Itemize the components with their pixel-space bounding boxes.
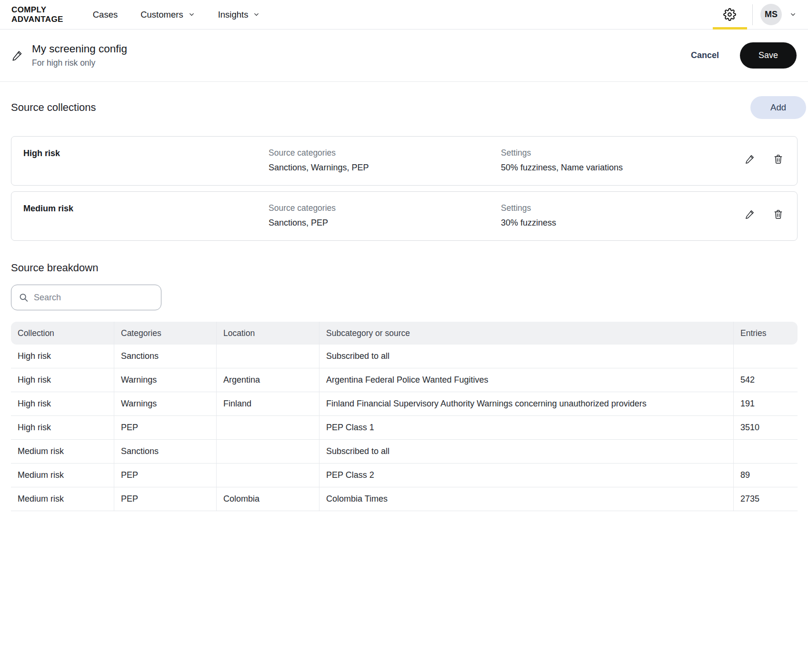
primary-nav: Cases Customers Insights [93, 10, 260, 20]
edit-pencil-icon[interactable] [11, 49, 24, 62]
cell-categories: PEP [114, 487, 216, 511]
nav-item-cases[interactable]: Cases [93, 10, 118, 20]
nav-item-insights-label: Insights [218, 10, 249, 20]
avatar-initials: MS [765, 10, 778, 20]
collection-card-high-risk: High risk Source categories Sanctions, W… [11, 136, 798, 186]
cell-subcategory: Argentina Federal Police Wanted Fugitive… [319, 368, 733, 392]
table-row[interactable]: High risk PEP PEP Class 1 3510 [11, 416, 798, 440]
save-button[interactable]: Save [740, 42, 797, 69]
nav-item-customers[interactable]: Customers [140, 10, 195, 20]
edit-collection-button[interactable] [745, 209, 756, 220]
logo-line2: ADVANTAGE [11, 15, 63, 24]
cell-collection: High risk [11, 368, 114, 392]
cell-collection: Medium risk [11, 440, 114, 464]
cell-subcategory: PEP Class 2 [319, 464, 733, 487]
chevron-down-icon [789, 11, 797, 18]
col-header-collection: Collection [11, 322, 114, 345]
logo-line1: COMPLY [11, 5, 47, 14]
collection-name: Medium risk [23, 203, 269, 214]
col-header-subcategory: Subcategory or source [319, 322, 733, 345]
config-title-block: My screening config For high risk only [32, 43, 127, 68]
col-header-entries: Entries [733, 322, 798, 345]
categories-value: Sanctions, PEP [269, 218, 501, 228]
cell-categories: PEP [114, 416, 216, 440]
cell-subcategory: Finland Financial Supervisory Authority … [319, 392, 733, 416]
comply-advantage-logo[interactable]: COMPLYADVANTAGE [11, 5, 63, 23]
account-menu-button[interactable] [789, 11, 797, 18]
cell-categories: Sanctions [114, 345, 216, 368]
nav-right-group: MS [715, 0, 797, 29]
cell-location: Finland [216, 392, 319, 416]
categories-label: Source categories [269, 203, 501, 213]
config-header: My screening config For high risk only C… [0, 30, 808, 82]
cell-categories: Warnings [114, 368, 216, 392]
table-header-row: Collection Categories Location Subcatego… [11, 322, 798, 345]
table-row[interactable]: Medium risk PEP Colombia Colombia Times … [11, 487, 798, 511]
search-box [11, 285, 161, 310]
col-header-categories: Categories [114, 322, 216, 345]
delete-collection-button[interactable] [773, 154, 784, 165]
col-header-location: Location [216, 322, 319, 345]
page-subtitle: For high risk only [32, 58, 127, 68]
table-row[interactable]: High risk Warnings Argentina Argentina F… [11, 368, 798, 392]
cell-categories: PEP [114, 464, 216, 487]
pencil-icon [745, 154, 756, 165]
cell-entries [733, 345, 798, 368]
collection-categories: Source categories Sanctions, PEP [269, 203, 501, 228]
cell-collection: Medium risk [11, 464, 114, 487]
cell-collection: High risk [11, 392, 114, 416]
cell-subcategory: Subscribed to all [319, 345, 733, 368]
nav-item-cases-label: Cases [93, 10, 118, 20]
cancel-button[interactable]: Cancel [691, 50, 719, 60]
nav-item-customers-label: Customers [140, 10, 183, 20]
categories-value: Sanctions, Warnings, PEP [269, 163, 501, 173]
search-icon [19, 293, 29, 303]
cell-collection: Medium risk [11, 487, 114, 511]
pencil-icon [745, 209, 756, 220]
source-breakdown-heading: Source breakdown [11, 262, 798, 274]
chevron-down-icon [188, 11, 195, 18]
settings-value: 50% fuzziness, Name variations [501, 163, 745, 173]
settings-value: 30% fuzziness [501, 218, 745, 228]
cell-subcategory: PEP Class 1 [319, 416, 733, 440]
cell-entries [733, 440, 798, 464]
table-row[interactable]: High risk Warnings Finland Finland Finan… [11, 392, 798, 416]
cell-subcategory: Colombia Times [319, 487, 733, 511]
cell-location [216, 416, 319, 440]
nav-item-insights[interactable]: Insights [218, 10, 260, 20]
cell-entries: 191 [733, 392, 798, 416]
cell-entries: 542 [733, 368, 798, 392]
gear-icon [723, 8, 736, 21]
delete-collection-button[interactable] [773, 209, 784, 220]
collection-name: High risk [23, 148, 269, 158]
header-actions: Cancel Save [691, 42, 797, 69]
trash-icon [773, 209, 784, 220]
cell-location [216, 345, 319, 368]
source-breakdown-table: Collection Categories Location Subcatego… [11, 322, 798, 511]
settings-label: Settings [501, 148, 745, 158]
collection-settings: Settings 30% fuzziness [501, 203, 745, 228]
card-actions [745, 203, 784, 220]
cell-entries: 3510 [733, 416, 798, 440]
source-collections-heading: Source collections [11, 101, 96, 114]
search-input[interactable] [11, 285, 161, 310]
cell-location: Colombia [216, 487, 319, 511]
categories-label: Source categories [269, 148, 501, 158]
page-title: My screening config [32, 43, 127, 55]
cell-categories: Sanctions [114, 440, 216, 464]
avatar[interactable]: MS [760, 4, 782, 25]
edit-collection-button[interactable] [745, 154, 756, 165]
add-collection-button[interactable]: Add [750, 96, 806, 119]
cell-subcategory: Subscribed to all [319, 440, 733, 464]
collection-settings: Settings 50% fuzziness, Name variations [501, 148, 745, 173]
cell-location [216, 464, 319, 487]
table-row[interactable]: High risk Sanctions Subscribed to all [11, 345, 798, 368]
trash-icon [773, 154, 784, 165]
table-row[interactable]: Medium risk Sanctions Subscribed to all [11, 440, 798, 464]
cell-entries: 89 [733, 464, 798, 487]
source-collections-header: Source collections Add [11, 96, 798, 119]
table-row[interactable]: Medium risk PEP PEP Class 2 89 [11, 464, 798, 487]
cell-location [216, 440, 319, 464]
settings-nav-button[interactable] [715, 0, 745, 29]
collection-card-medium-risk: Medium risk Source categories Sanctions,… [11, 191, 798, 241]
